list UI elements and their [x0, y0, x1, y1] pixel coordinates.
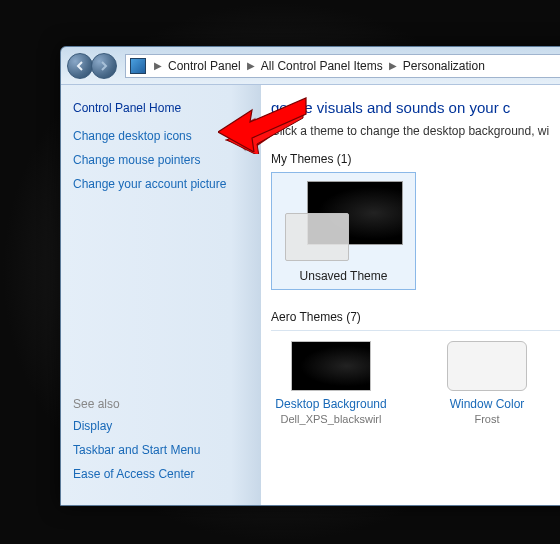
see-also-section: See also Display Taskbar and Start Menu … [73, 397, 200, 491]
personalization-window: ▶ Control Panel ▶ All Control Panel Item… [60, 46, 560, 506]
see-also-header: See also [73, 397, 200, 411]
theme-item[interactable]: Unsaved Theme [271, 172, 416, 290]
change-account-picture-link[interactable]: Change your account picture [73, 177, 249, 191]
control-panel-icon [130, 58, 146, 74]
main-content: ge the visuals and sounds on your c Clic… [261, 85, 560, 505]
chevron-right-icon: ▶ [389, 60, 397, 71]
theme-thumbnail [285, 181, 403, 261]
desktop-background-option[interactable]: Desktop Background Dell_XPS_blackswirl [271, 341, 391, 425]
change-mouse-pointers-link[interactable]: Change mouse pointers [73, 153, 249, 167]
window-color-label: Window Color [427, 397, 547, 411]
aero-themes-header: Aero Themes (7) [271, 310, 560, 324]
chevron-right-icon: ▶ [154, 60, 162, 71]
breadcrumb-item[interactable]: Personalization [403, 59, 485, 73]
back-button[interactable] [67, 53, 93, 79]
desktop-background-thumb [291, 341, 371, 391]
breadcrumb-item[interactable]: Control Panel [168, 59, 241, 73]
sidebar-title[interactable]: Control Panel Home [73, 101, 249, 115]
instruction-text: Click a theme to change the desktop back… [271, 124, 560, 138]
my-themes-header: My Themes (1) [271, 152, 560, 166]
forward-button[interactable] [91, 53, 117, 79]
window-color-option[interactable]: Window Color Frost [427, 341, 547, 425]
address-bar: ▶ Control Panel ▶ All Control Panel Item… [61, 47, 560, 85]
change-desktop-icons-link[interactable]: Change desktop icons [73, 129, 249, 143]
desktop-background-label: Desktop Background [271, 397, 391, 411]
sidebar: Control Panel Home Change desktop icons … [61, 85, 261, 505]
chevron-right-icon: ▶ [247, 60, 255, 71]
theme-label: Unsaved Theme [280, 269, 407, 283]
taskbar-start-menu-link[interactable]: Taskbar and Start Menu [73, 443, 200, 457]
display-link[interactable]: Display [73, 419, 200, 433]
ease-of-access-link[interactable]: Ease of Access Center [73, 467, 200, 481]
window-color-thumb [447, 341, 527, 391]
page-heading: ge the visuals and sounds on your c [271, 99, 560, 116]
desktop-background-value: Dell_XPS_blackswirl [271, 413, 391, 425]
window-color-value: Frost [427, 413, 547, 425]
divider [271, 330, 560, 331]
breadcrumb[interactable]: ▶ Control Panel ▶ All Control Panel Item… [125, 54, 560, 78]
breadcrumb-item[interactable]: All Control Panel Items [261, 59, 383, 73]
